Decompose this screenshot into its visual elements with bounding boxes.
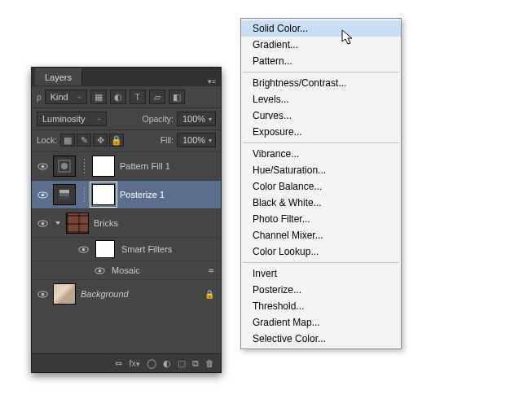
menu-item[interactable]: Color Balance...: [241, 178, 401, 195]
svg-rect-7: [59, 190, 69, 193]
menu-item[interactable]: Vibrance...: [241, 146, 401, 162]
link-mask-icon: [81, 157, 87, 175]
layer-name[interactable]: Pattern Fill 1: [120, 161, 170, 171]
layer-mask-thumb[interactable]: [92, 184, 115, 205]
filter-type-shape-icon[interactable]: ▱: [149, 90, 165, 104]
panel-tab-bar: Layers ▾≡: [32, 68, 221, 85]
footer-link-icon[interactable]: ⇔: [115, 358, 122, 369]
filter-name[interactable]: Mosaic: [112, 265, 140, 275]
layer-thumb-icon: [53, 184, 76, 205]
visibility-toggle[interactable]: [77, 246, 89, 253]
filter-options-icon[interactable]: ≑: [208, 266, 214, 275]
filter-type-smart-icon[interactable]: ◧: [169, 90, 185, 104]
menu-item[interactable]: Solid Color...: [241, 20, 401, 37]
svg-point-16: [41, 292, 44, 296]
opacity-label: Opacity:: [142, 114, 174, 124]
lock-row: Lock: ▩ ✎ ✥ 🔒 Fill: 100% ▾: [32, 129, 221, 150]
lock-label: Lock:: [37, 135, 57, 145]
filter-type-adjust-icon[interactable]: ◐: [110, 90, 126, 104]
menu-item[interactable]: Hue/Saturation...: [241, 162, 401, 178]
menu-item[interactable]: Gradient Map...: [241, 314, 401, 331]
menu-item[interactable]: Photo Filter...: [241, 211, 401, 227]
menu-item[interactable]: Posterize...: [241, 282, 401, 298]
footer-adjustment-icon[interactable]: ◐: [163, 358, 171, 369]
smart-filters-header[interactable]: Smart Filters: [32, 237, 221, 261]
blend-mode-select[interactable]: Luminosity ÷: [37, 112, 107, 126]
lock-pixels-icon[interactable]: ✎: [77, 134, 91, 147]
svg-point-10: [41, 221, 44, 225]
menu-item[interactable]: Selective Color...: [241, 331, 401, 347]
footer-new-layer-icon[interactable]: ⧉: [192, 358, 199, 369]
svg-point-5: [41, 193, 44, 196]
filter-row: ρ Kind ÷ ▦ ◐ T ▱ ◧: [32, 85, 221, 107]
filter-type-pixel-icon[interactable]: ▦: [90, 90, 107, 104]
menu-item[interactable]: Curves...: [241, 107, 401, 124]
menu-item[interactable]: Levels...: [241, 91, 401, 107]
layers-panel: Layers ▾≡ ρ Kind ÷ ▦ ◐ T ▱ ◧ Luminosity …: [31, 67, 222, 373]
layer-thumb-image: [66, 213, 89, 234]
menu-item[interactable]: Channel Mixer...: [241, 227, 401, 243]
smart-filter-item[interactable]: Mosaic ≑: [32, 261, 221, 279]
layer-list: Pattern Fill 1 Posterize 1 Bricks Smart …: [32, 150, 221, 353]
fill-value: 100%: [182, 135, 205, 145]
menu-item[interactable]: Exposure...: [241, 124, 401, 140]
filter-kind-label: Kind: [51, 92, 68, 102]
visibility-toggle[interactable]: [37, 191, 48, 199]
blend-row: Luminosity ÷ Opacity: 100% ▾: [32, 107, 221, 129]
visibility-toggle[interactable]: [37, 163, 48, 170]
layer-name[interactable]: Background: [81, 289, 129, 299]
footer-group-icon[interactable]: ▢: [178, 358, 186, 369]
menu-item[interactable]: Gradient...: [241, 37, 401, 53]
svg-point-1: [41, 164, 44, 168]
visibility-toggle[interactable]: [37, 220, 48, 227]
opacity-field[interactable]: 100% ▾: [177, 112, 216, 126]
filter-icon: ρ: [37, 93, 42, 102]
footer-fx-icon[interactable]: fx▾: [129, 358, 140, 368]
footer-mask-icon[interactable]: ◯: [147, 358, 156, 369]
layer-thumb-icon: [53, 156, 76, 177]
lock-icon: 🔒: [204, 290, 214, 299]
visibility-toggle[interactable]: [94, 267, 105, 274]
menu-separator: [243, 72, 399, 72]
filter-type-text-icon[interactable]: T: [130, 90, 146, 104]
link-mask-icon: [81, 186, 87, 204]
svg-rect-8: [59, 196, 69, 199]
menu-item[interactable]: Invert: [241, 265, 401, 282]
layer-name[interactable]: Posterize 1: [120, 190, 165, 199]
fill-field[interactable]: 100% ▾: [177, 133, 216, 147]
blend-mode-value: Luminosity: [42, 114, 86, 124]
layer-name[interactable]: Bricks: [94, 218, 118, 228]
footer-trash-icon[interactable]: 🗑: [205, 358, 214, 368]
visibility-toggle[interactable]: [37, 291, 48, 298]
layer-mask-thumb[interactable]: [92, 156, 115, 177]
menu-separator: [243, 142, 399, 143]
tab-layers[interactable]: Layers: [35, 68, 82, 85]
filter-kind-select[interactable]: Kind ÷: [45, 90, 87, 104]
smart-filters-label: Smart Filters: [121, 244, 172, 254]
lock-transparent-icon[interactable]: ▩: [60, 134, 75, 147]
layer-row[interactable]: Posterize 1: [32, 180, 221, 208]
menu-item[interactable]: Color Lookup...: [241, 243, 401, 260]
svg-point-14: [98, 269, 101, 272]
menu-item[interactable]: Brightness/Contrast...: [241, 75, 401, 91]
menu-separator: [243, 262, 399, 263]
new-fill-adjustment-menu: Solid Color...Gradient...Pattern...Brigh…: [240, 18, 402, 349]
layer-row[interactable]: Pattern Fill 1: [32, 151, 221, 180]
opacity-value: 100%: [182, 114, 205, 124]
lock-position-icon[interactable]: ✥: [93, 134, 108, 147]
menu-item[interactable]: Black & White...: [241, 195, 401, 211]
disclosure-triangle-icon[interactable]: [55, 221, 60, 225]
layer-row[interactable]: Bricks: [32, 208, 221, 237]
panel-footer: ⇔ fx▾ ◯ ◐ ▢ ⧉ 🗑: [32, 353, 221, 372]
lock-all-icon[interactable]: 🔒: [109, 134, 124, 147]
svg-point-12: [81, 248, 85, 251]
svg-point-3: [61, 163, 68, 169]
menu-item[interactable]: Pattern...: [241, 53, 401, 69]
layer-thumb-image: [53, 283, 76, 305]
fill-label: Fill:: [160, 135, 174, 145]
filter-mask-thumb[interactable]: [95, 240, 115, 258]
panel-menu-icon[interactable]: ▾≡: [208, 77, 216, 85]
menu-item[interactable]: Threshold...: [241, 298, 401, 314]
layer-row[interactable]: Background 🔒: [32, 279, 221, 308]
